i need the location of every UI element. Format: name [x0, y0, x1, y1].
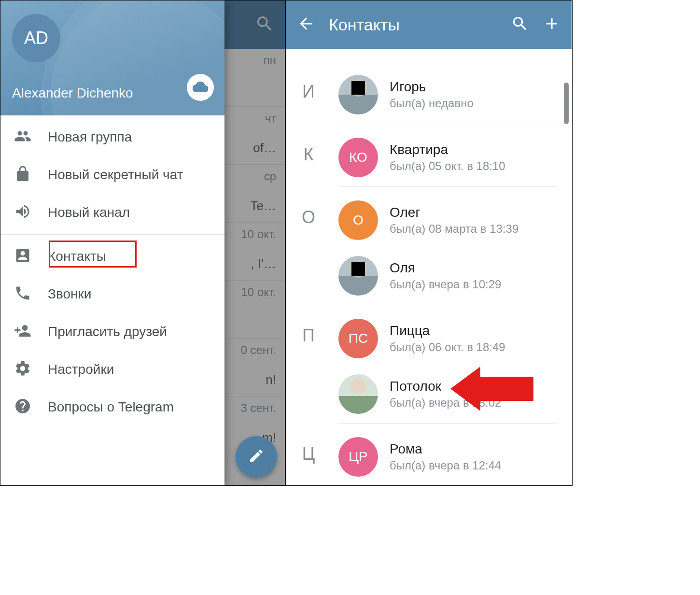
drawer-item-label: Пригласить друзей	[48, 324, 167, 340]
contact-status: был(а) 08 марта в 13:39	[390, 222, 518, 236]
saved-messages-button[interactable]	[187, 74, 214, 101]
contact-status: был(а) 05 окт. в 18:10	[390, 159, 505, 173]
drawer-item-label: Звонки	[48, 286, 91, 302]
divider	[338, 186, 557, 187]
drawer-item-label: Настройки	[48, 362, 114, 377]
header-title: Контакты	[329, 15, 497, 34]
lock-icon	[14, 165, 31, 184]
contact-status: был(а) вчера в 10:29	[390, 278, 501, 291]
contact-name: Оля	[390, 260, 501, 276]
right-pane: Контакты И Игорь был(а) недавно К	[286, 0, 572, 485]
search-icon	[511, 14, 529, 33]
drawer-item-invite[interactable]: Пригласить друзей	[0, 313, 224, 351]
drawer-item-settings[interactable]: Настройки	[0, 351, 224, 388]
drawer-item-secret-chat[interactable]: Новый секретный чат	[0, 156, 224, 194]
phone-icon	[14, 284, 31, 304]
contact-row[interactable]: ЦР Рома был(а) вчера в 12:44	[338, 430, 562, 483]
contact-avatar	[338, 374, 378, 414]
section-letter: О	[297, 207, 320, 227]
drawer-item-label: Новый канал	[48, 205, 130, 220]
user-avatar[interactable]: AD	[12, 14, 60, 62]
gear-icon	[14, 360, 31, 379]
contact-row[interactable]: Игорь был(а) недавно	[338, 68, 562, 121]
contact-avatar	[338, 256, 378, 296]
drawer-menu: Новая группа Новый секретный чат Новый к…	[0, 115, 224, 485]
section-letter: Ц	[297, 444, 320, 464]
drawer-item-calls[interactable]: Звонки	[0, 275, 224, 313]
contact-row[interactable]: ПС Пицца был(а) 06 окт. в 18:49	[338, 312, 562, 365]
search-button[interactable]	[511, 14, 529, 35]
drawer-item-contacts[interactable]: Контакты	[0, 238, 224, 275]
contact-name: Рома	[390, 441, 501, 457]
contact-name: Олег	[390, 205, 518, 220]
scrollbar-thumb[interactable]	[564, 83, 569, 124]
contact-status: был(а) вчера в 12:44	[390, 459, 501, 472]
contact-row[interactable]: О Олег был(а) 08 марта в 13:39	[338, 194, 562, 247]
contact-status: был(а) 06 окт. в 18:49	[390, 340, 505, 354]
drawer-item-label: Вопросы о Telegram	[48, 399, 174, 415]
group-icon	[14, 128, 31, 147]
drawer-header: AD Alexander Dichenko	[0, 0, 224, 115]
cloud-icon	[193, 79, 208, 96]
contact-icon	[14, 247, 31, 266]
divider	[338, 124, 557, 124]
section-letter: П	[297, 326, 320, 346]
contact-row[interactable]: КО Квартира был(а) 05 окт. в 18:10	[338, 131, 562, 184]
contact-avatar: ЦР	[338, 437, 378, 477]
invite-icon	[14, 322, 31, 341]
drawer-item-label: Новый секретный чат	[48, 167, 183, 183]
arrow-left-icon	[297, 14, 315, 33]
drawer-item-faq[interactable]: Вопросы о Telegram	[0, 388, 224, 426]
section-letter: И	[297, 82, 320, 102]
navigation-drawer: AD Alexander Dichenko Новая группа Новый…	[0, 0, 224, 485]
contact-name: Квартира	[390, 142, 505, 157]
left-pane: пн чтof… срTe… 10 окт., I'… 10 окт. 0 се…	[0, 0, 286, 485]
plus-icon	[543, 14, 561, 33]
back-button[interactable]	[297, 14, 315, 35]
contact-avatar: О	[338, 200, 378, 240]
divider	[338, 423, 557, 424]
divider	[338, 305, 557, 305]
drawer-item-label: Контакты	[48, 249, 106, 264]
contact-avatar: ПС	[338, 319, 378, 358]
add-contact-button[interactable]	[543, 14, 561, 35]
contact-avatar: КО	[338, 138, 378, 177]
contact-row[interactable]: Оля был(а) вчера в 10:29	[338, 249, 562, 302]
contact-status: был(а) недавно	[390, 97, 474, 110]
help-icon	[14, 397, 31, 417]
contact-name: Игорь	[390, 79, 474, 95]
arrow-annotation	[450, 367, 533, 411]
megaphone-icon	[14, 203, 31, 222]
pencil-icon	[248, 448, 265, 466]
contact-name: Пицца	[390, 323, 505, 339]
compose-fab[interactable]	[236, 436, 277, 478]
contacts-list[interactable]: И Игорь был(а) недавно К КО Квартира был…	[286, 49, 572, 485]
drawer-separator	[0, 234, 224, 235]
user-name: Alexander Dichenko	[12, 85, 133, 101]
section-letter: К	[297, 144, 320, 165]
drawer-item-label: Новая группа	[48, 129, 132, 145]
contacts-header: Контакты	[286, 0, 572, 49]
contact-avatar	[338, 75, 378, 114]
drawer-item-new-group[interactable]: Новая группа	[0, 118, 224, 156]
drawer-item-new-channel[interactable]: Новый канал	[0, 194, 224, 231]
